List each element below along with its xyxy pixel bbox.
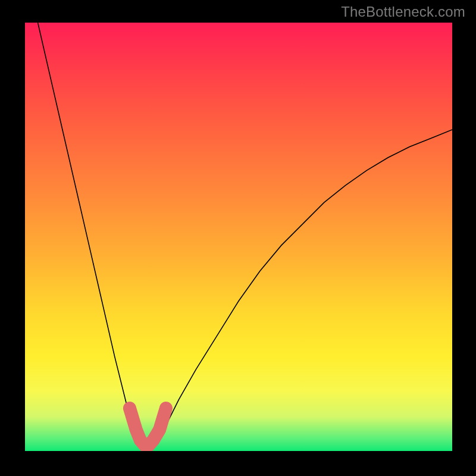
bottleneck-curve [38,23,452,449]
plot-area [25,23,452,451]
chart-frame: TheBottleneck.com [0,0,476,476]
watermark-label: TheBottleneck.com [341,4,465,20]
curve-layer [25,23,452,451]
minimum-marker [130,408,166,447]
